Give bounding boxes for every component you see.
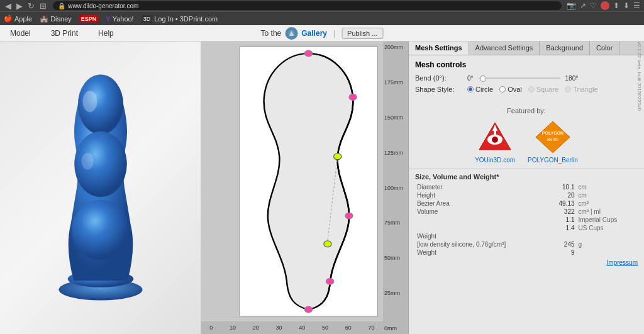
size-panel: Size, Volume and Weight* Diameter 10.1 c… bbox=[409, 169, 644, 270]
bookmarks-bar: 🍎 Apple 🏰 Disney ESPN Y Yahoo! 3D Log In… bbox=[0, 11, 644, 25]
bookmark-label: Log In • 3DPrint.com bbox=[154, 15, 218, 23]
bookmark-3dprint[interactable]: 3D Log In • 3DPrint.com bbox=[142, 15, 218, 23]
bookmark-label: Apple bbox=[14, 15, 32, 23]
bend-max-label: 180° bbox=[565, 75, 579, 82]
table-row: Weight bbox=[415, 232, 638, 240]
profile-icon[interactable] bbox=[601, 1, 609, 10]
menu-icon[interactable]: ☰ bbox=[633, 1, 640, 10]
bookmark-apple[interactable]: 🍎 Apple bbox=[4, 14, 32, 23]
ruler-right: 200mm 175mm 150mm 125mm 100mm 75mm 50mm … bbox=[383, 42, 408, 334]
youin3d-logo-container: YOUin3D.com bbox=[475, 120, 515, 164]
impressum-link[interactable]: Impressum bbox=[415, 259, 638, 266]
svg-text:Berlin: Berlin bbox=[547, 137, 558, 142]
svg-point-7 bbox=[82, 91, 97, 112]
bend-min-label: 0° bbox=[467, 75, 474, 82]
table-row: 1.1 Imperial Cups bbox=[415, 216, 638, 224]
camera-icon[interactable]: 📷 bbox=[567, 1, 576, 10]
tab-color[interactable]: Color bbox=[590, 42, 619, 55]
size-panel-title: Size, Volume and Weight* bbox=[415, 173, 638, 181]
bend-slider[interactable] bbox=[479, 77, 560, 79]
yahoo-icon: Y bbox=[106, 15, 110, 23]
settings-panel: v0.1.22 beta, built 20150225#0 Mesh Sett… bbox=[409, 42, 644, 334]
menu-help[interactable]: Help bbox=[94, 27, 118, 40]
mesh-controls: Mesh controls Bend (0°): 0° 180° Shape S… bbox=[409, 55, 644, 102]
table-row: 1.4 US Cups bbox=[415, 224, 638, 232]
main-menu: Model 3D Print Help bbox=[6, 27, 118, 40]
control-point-1[interactable] bbox=[326, 278, 333, 284]
control-point-top[interactable] bbox=[304, 50, 312, 57]
3dprint-icon: 3D bbox=[142, 15, 153, 23]
polygon-berlin-logo: POLYGON Berlin bbox=[534, 120, 572, 154]
table-row: Weight 9 bbox=[415, 248, 638, 257]
browser-toolbar-icons: 📷 ↗ ♡ ⬆ ⬇ ☰ bbox=[567, 1, 640, 10]
separator: | bbox=[333, 29, 335, 38]
table-row: Bezier Area 49.13 cm² bbox=[415, 199, 638, 208]
menu-3dprint[interactable]: 3D Print bbox=[47, 27, 82, 40]
bend-slider-container: 0° 180° bbox=[467, 75, 578, 82]
bend-label: Bend (0°): bbox=[415, 74, 462, 82]
bookmark-label: Disney bbox=[50, 15, 72, 23]
triangle-radio-button[interactable] bbox=[565, 86, 571, 92]
radio-circle[interactable]: Circle bbox=[467, 86, 493, 93]
radio-square[interactable]: Square bbox=[528, 86, 558, 93]
lock-icon: 🔒 bbox=[58, 3, 65, 9]
forward-button[interactable]: ▶ bbox=[15, 1, 24, 11]
settings-tabs: Mesh Settings Advanced Settings Backgrou… bbox=[409, 42, 644, 55]
bookmark-label: Yahoo! bbox=[113, 15, 134, 23]
download-icon[interactable]: ⬇ bbox=[623, 1, 630, 10]
tab-background[interactable]: Background bbox=[540, 42, 590, 55]
radio-triangle[interactable]: Triangle bbox=[565, 86, 597, 93]
shape-style-row: Shape Style: Circle Oval Square bbox=[415, 86, 638, 93]
reload-button[interactable]: ↻ bbox=[26, 1, 36, 11]
upload-icon[interactable]: ⬆ bbox=[613, 1, 619, 10]
back-button[interactable]: ◀ bbox=[4, 1, 13, 11]
share-icon[interactable]: ↗ bbox=[580, 1, 586, 10]
polygon-berlin-link[interactable]: POLYGON_Berlin bbox=[528, 157, 578, 164]
youin3d-logo bbox=[476, 120, 514, 154]
handle-2[interactable] bbox=[324, 241, 331, 247]
gallery-icon bbox=[285, 27, 297, 40]
bookmark-espn[interactable]: ESPN bbox=[79, 15, 99, 23]
gallery-prefix: To the bbox=[261, 29, 282, 38]
control-point-2[interactable] bbox=[345, 213, 353, 219]
curve-editor-panel[interactable]: 200mm 175mm 150mm 125mm 100mm 75mm 50mm … bbox=[201, 42, 409, 334]
3d-view-panel bbox=[0, 42, 201, 334]
featured-title: Featured by: bbox=[415, 107, 638, 114]
bend-control-row: Bend (0°): 0° 180° bbox=[415, 74, 638, 82]
bookmark-yahoo[interactable]: Y Yahoo! bbox=[106, 15, 133, 23]
gallery-link[interactable]: Gallery bbox=[301, 29, 327, 38]
table-row: Diameter 10.1 cm bbox=[415, 183, 638, 191]
table-row: Volume 322 cm³ | ml bbox=[415, 208, 638, 216]
svg-rect-16 bbox=[494, 131, 496, 136]
size-table: Diameter 10.1 cm Height 20 cm Bezier Are… bbox=[415, 183, 638, 257]
bezier-canvas[interactable] bbox=[239, 47, 378, 316]
svg-text:POLYGON: POLYGON bbox=[542, 131, 564, 135]
curve-svg bbox=[240, 47, 377, 316]
featured-section: Featured by: YOUin3D.com bbox=[409, 102, 644, 169]
menu-model[interactable]: Model bbox=[6, 27, 35, 40]
circle-radio-button[interactable] bbox=[467, 86, 474, 92]
heart-icon[interactable]: ♡ bbox=[590, 1, 597, 10]
svg-point-8 bbox=[81, 152, 93, 169]
square-radio-button[interactable] bbox=[528, 86, 535, 92]
table-row: [low density silicone, 0.76g/cm³] 245 g bbox=[415, 240, 638, 248]
svg-point-6 bbox=[72, 200, 129, 260]
bookmark-disney[interactable]: 🏰 Disney bbox=[40, 14, 72, 23]
handle-1[interactable] bbox=[334, 153, 341, 160]
shape-style-label: Shape Style: bbox=[415, 86, 462, 93]
publish-button[interactable]: Publish ... bbox=[341, 28, 383, 39]
espn-icon: ESPN bbox=[79, 15, 99, 23]
browser-navigation: ◀ ▶ ↻ ⊞ bbox=[4, 1, 48, 11]
tab-advanced-settings[interactable]: Advanced Settings bbox=[469, 42, 540, 55]
table-row: Height 20 cm bbox=[415, 191, 638, 199]
control-point-bottom[interactable] bbox=[304, 306, 312, 313]
home-button[interactable]: ⊞ bbox=[38, 1, 48, 11]
control-point-3[interactable] bbox=[349, 94, 357, 100]
polygon-berlin-logo-container: POLYGON Berlin POLYGON_Berlin bbox=[528, 120, 578, 164]
radio-oval[interactable]: Oval bbox=[499, 86, 522, 93]
youin3d-link[interactable]: YOUin3D.com bbox=[475, 157, 515, 164]
tab-mesh-settings[interactable]: Mesh Settings bbox=[409, 42, 469, 55]
address-bar[interactable]: 🔒 www.dildo-generator.com bbox=[53, 1, 562, 10]
oval-radio-button[interactable] bbox=[499, 86, 506, 92]
ruler-bottom: 0 10 20 30 40 50 60 70 bbox=[201, 321, 383, 334]
